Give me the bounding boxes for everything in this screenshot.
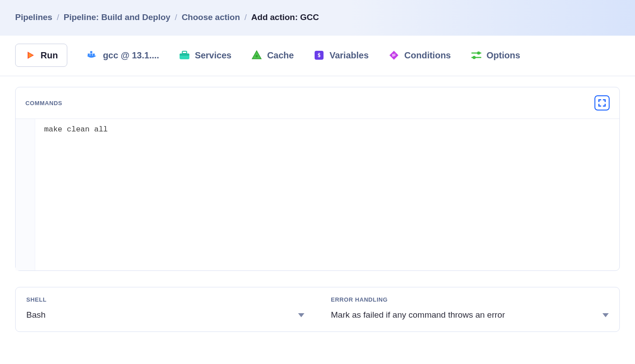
tab-options[interactable]: Options xyxy=(471,49,520,61)
toolbox-icon xyxy=(179,49,190,61)
tab-run[interactable]: Run xyxy=(15,44,67,67)
breadcrumb-sep: / xyxy=(57,12,59,22)
conditions-icon: IF xyxy=(388,49,400,61)
sliders-icon xyxy=(471,49,482,61)
docker-icon xyxy=(87,49,98,61)
svg-rect-0 xyxy=(88,53,90,56)
play-icon xyxy=(25,49,36,61)
tab-conditions[interactable]: IF Conditions xyxy=(388,49,451,61)
tab-options-label: Options xyxy=(487,50,520,61)
tab-cache[interactable]: Cache xyxy=(251,49,294,61)
error-handling-label: ERROR HANDLING xyxy=(331,296,609,303)
svg-point-12 xyxy=(477,52,480,55)
breadcrumb-pipeline[interactable]: Pipeline: Build and Deploy xyxy=(64,12,171,22)
chevron-down-icon xyxy=(298,313,304,317)
expand-button[interactable] xyxy=(594,95,610,110)
tab-run-label: Run xyxy=(41,50,58,61)
editor-code[interactable]: make clean all xyxy=(35,119,619,270)
svg-rect-6 xyxy=(182,51,187,53)
variables-icon: $ xyxy=(313,49,325,61)
shell-value: Bash xyxy=(26,310,45,320)
breadcrumb-pipelines[interactable]: Pipelines xyxy=(15,12,52,22)
tab-services[interactable]: Services xyxy=(179,49,231,61)
breadcrumb-sep: / xyxy=(175,12,177,22)
tab-conditions-label: Conditions xyxy=(404,50,451,61)
svg-text:$: $ xyxy=(318,52,321,58)
shell-select[interactable]: Bash xyxy=(26,310,304,320)
tab-variables-label: Variables xyxy=(329,50,369,61)
tab-image-label: gcc @ 13.1.... xyxy=(103,50,159,61)
breadcrumb-choose-action[interactable]: Choose action xyxy=(182,12,240,22)
options-panel: SHELL Bash ERROR HANDLING Mark as failed… xyxy=(15,287,620,332)
tab-cache-label: Cache xyxy=(267,50,294,61)
content: COMMANDS make clean all SHELL Bash ERROR… xyxy=(0,76,635,343)
fullscreen-icon xyxy=(598,99,606,107)
shell-column: SHELL Bash xyxy=(26,296,304,320)
breadcrumb-sep: / xyxy=(245,12,247,22)
cache-icon xyxy=(251,49,262,61)
error-handling-select[interactable]: Mark as failed if any command throws an … xyxy=(331,310,609,320)
breadcrumb: Pipelines / Pipeline: Build and Deploy /… xyxy=(15,12,620,22)
svg-rect-2 xyxy=(93,53,95,56)
svg-rect-3 xyxy=(90,51,92,53)
error-handling-value: Mark as failed if any command throws an … xyxy=(331,310,505,320)
tab-variables[interactable]: $ Variables xyxy=(313,49,369,61)
tabbar: Run gcc @ 13.1.... Services Cache $ Vari… xyxy=(0,36,635,76)
tab-services-label: Services xyxy=(195,50,231,61)
code-editor[interactable]: make clean all xyxy=(16,119,619,270)
svg-point-7 xyxy=(256,55,258,57)
chevron-down-icon xyxy=(602,313,609,317)
shell-label: SHELL xyxy=(26,296,304,303)
commands-panel: COMMANDS make clean all xyxy=(15,87,620,271)
svg-point-14 xyxy=(472,56,475,59)
header: Pipelines / Pipeline: Build and Deploy /… xyxy=(0,0,635,36)
svg-text:IF: IF xyxy=(392,53,396,57)
tab-image[interactable]: gcc @ 13.1.... xyxy=(87,49,159,61)
breadcrumb-current: Add action: GCC xyxy=(251,12,319,22)
commands-label: COMMANDS xyxy=(25,100,62,106)
commands-header: COMMANDS xyxy=(16,87,619,119)
svg-rect-1 xyxy=(90,53,92,56)
editor-gutter xyxy=(16,119,35,270)
error-handling-column: ERROR HANDLING Mark as failed if any com… xyxy=(331,296,609,320)
